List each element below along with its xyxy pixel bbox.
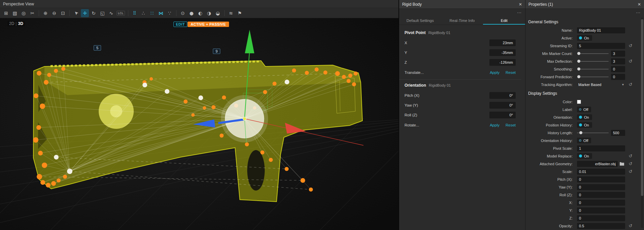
slider-knob-icon[interactable] (577, 67, 580, 70)
marker-link-icon[interactable]: ⋈ (157, 9, 165, 17)
marker-dot[interactable] (335, 71, 340, 76)
marker-dot[interactable] (347, 79, 351, 83)
trajectory-tool-icon[interactable]: ∿ (107, 9, 115, 17)
marker-style-bottom-icon[interactable]: ◒ (214, 9, 222, 17)
layout-grid-icon[interactable]: ⊞ (2, 9, 10, 17)
viewport-3d-scene[interactable]: 2D|3D EDIT ACTIVE + PASSIVE 59 (0, 18, 398, 230)
scale-tool-icon[interactable]: ◱ (98, 9, 106, 17)
min-marker-count-slider[interactable]: 3 (577, 51, 625, 57)
rotate-tool-icon[interactable]: ↻ (90, 9, 98, 17)
slider-value-input[interactable]: 3 (611, 51, 625, 57)
model-replace-toggle[interactable]: On (577, 153, 592, 159)
tab-default-settings[interactable]: Default Settings (399, 16, 441, 25)
panel-menu-icon[interactable]: ⋯ (517, 10, 522, 15)
marker-style-half-icon[interactable]: ◐ (196, 9, 204, 17)
value-input-z[interactable]: -126mm (489, 59, 516, 66)
marker-group-icon[interactable]: ∷ (148, 9, 156, 17)
orientation-toggle[interactable]: On (577, 114, 592, 120)
marker-dot[interactable] (272, 82, 277, 86)
marker-dot[interactable] (352, 82, 356, 86)
close-icon[interactable]: ✕ (638, 2, 641, 7)
pivot-scale-input[interactable]: 1 (577, 145, 625, 151)
undo-icon[interactable]: ↺ (626, 223, 635, 228)
reset-button[interactable]: Reset (506, 123, 516, 127)
value-input-roll-z[interactable]: 0° (489, 112, 516, 118)
slider-value-input[interactable]: 0 (611, 74, 625, 80)
x-input[interactable]: 0 (577, 200, 625, 206)
slider-value-input[interactable]: 500 (611, 130, 625, 136)
reset-button[interactable]: Reset (506, 70, 516, 75)
marker-dot[interactable] (348, 74, 352, 78)
local-coordinates-button[interactable]: LCL (117, 11, 125, 16)
active-toggle[interactable]: On (577, 35, 592, 41)
smoothing-slider[interactable]: 0 (577, 66, 625, 72)
scrollbar-thumb[interactable] (641, 19, 643, 196)
tab-real-time-info[interactable]: Real-Time Info (441, 16, 483, 25)
close-icon[interactable]: ✕ (519, 2, 522, 7)
value-input-y[interactable]: -35mm (489, 49, 516, 56)
selected-marker-dot[interactable] (285, 80, 289, 84)
marker-dot[interactable] (315, 67, 319, 71)
apply-button[interactable]: Apply (490, 70, 500, 75)
marker-dot[interactable] (342, 75, 346, 79)
folder-icon[interactable] (620, 162, 624, 166)
mode-2d-button[interactable]: 2D (9, 21, 14, 26)
marker-dot[interactable] (222, 95, 226, 99)
zoom-out-icon[interactable]: ⊖ (50, 9, 58, 17)
marker-dot[interactable] (63, 175, 67, 179)
y-input[interactable]: 0 (577, 207, 625, 213)
selected-marker-dot[interactable] (67, 169, 72, 174)
cube-icon[interactable]: ▧ (11, 9, 19, 17)
undo-icon[interactable]: ↺ (626, 43, 635, 48)
panel-menu-icon[interactable]: ⋯ (636, 10, 641, 15)
marker-dot[interactable] (150, 77, 153, 81)
view-mode-toggle[interactable]: 2D|3D (7, 21, 25, 26)
marker-dot[interactable] (220, 134, 224, 138)
marker-dot[interactable] (46, 183, 51, 188)
selected-marker-dot[interactable] (198, 95, 203, 100)
pitch-x-input[interactable]: 0 (577, 176, 625, 182)
marker-dot[interactable] (305, 71, 309, 75)
marker-stray-icon[interactable]: ∵ (166, 9, 174, 17)
selected-marker-dot[interactable] (54, 155, 59, 160)
marker-dot[interactable] (34, 93, 38, 98)
streaming-id-input[interactable]: 5 (577, 43, 625, 49)
pivot-point-dot[interactable] (243, 117, 246, 120)
marker-dot[interactable] (191, 113, 195, 117)
marker-dot[interactable] (263, 90, 267, 94)
marker-dot[interactable] (212, 105, 216, 109)
slider-knob-icon[interactable] (579, 131, 582, 134)
trajectories-icon[interactable]: ≋ (227, 9, 235, 17)
marker-dot[interactable] (38, 151, 43, 155)
visibility-icon[interactable]: ⊙ (179, 9, 187, 17)
undo-icon[interactable]: ↺ (626, 161, 635, 166)
apply-button[interactable]: Apply (490, 123, 500, 127)
lasso-select-icon[interactable]: ∴ (139, 9, 148, 17)
marker-dot[interactable] (203, 106, 206, 110)
marker-style-right-icon[interactable]: ◑ (205, 9, 213, 17)
zoom-in-icon[interactable]: ⊕ (41, 9, 50, 17)
undo-icon[interactable]: ↺ (626, 169, 635, 174)
cut-icon[interactable]: ✂ (28, 9, 36, 17)
slider-value-input[interactable]: 3 (611, 58, 625, 64)
label-toggle[interactable]: Off (577, 107, 591, 112)
marker-dot[interactable] (36, 125, 41, 130)
marker-style-filled-icon[interactable]: ● (188, 9, 196, 17)
marker-dot[interactable] (300, 178, 305, 183)
marker-dot[interactable] (40, 104, 45, 109)
marker-dot[interactable] (42, 163, 47, 168)
marker-dot[interactable] (37, 71, 41, 76)
camera-icon[interactable]: ◎ (20, 9, 28, 17)
marker-dot[interactable] (33, 137, 38, 143)
marker-dot[interactable] (51, 181, 56, 186)
marker-dot[interactable] (47, 73, 51, 77)
selected-marker-dot[interactable] (142, 83, 147, 87)
marker-dot[interactable] (184, 99, 188, 104)
marker-dot[interactable] (57, 178, 61, 182)
marker-dot[interactable] (354, 71, 358, 76)
translate-tool-icon[interactable]: ✛ (81, 9, 89, 17)
properties-scrollbar[interactable] (641, 18, 643, 228)
mode-3d-button[interactable]: 3D (18, 21, 23, 26)
position-history-toggle[interactable]: On (577, 122, 592, 128)
opacity-input[interactable]: 0.5 (577, 223, 625, 229)
